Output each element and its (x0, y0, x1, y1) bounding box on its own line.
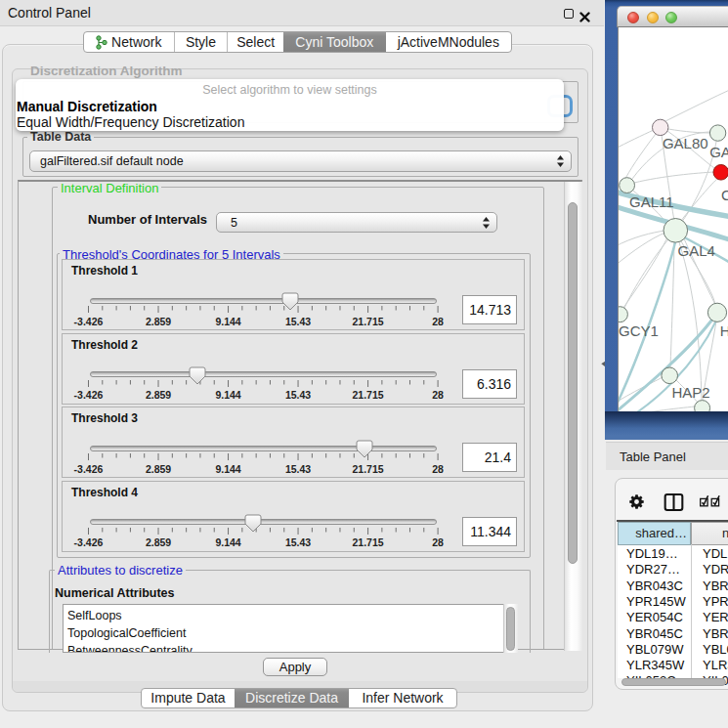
svg-text:GCY1: GCY1 (619, 322, 659, 339)
svg-text:GAL11: GAL11 (629, 193, 674, 210)
svg-text:GAL4: GAL4 (678, 242, 715, 259)
svg-text:H: H (720, 322, 728, 339)
svg-text:CR: CR (721, 187, 728, 203)
svg-text:HAP2: HAP2 (671, 384, 709, 401)
svg-text:GAL: GAL (709, 144, 728, 160)
svg-text:GAL80: GAL80 (663, 135, 708, 151)
